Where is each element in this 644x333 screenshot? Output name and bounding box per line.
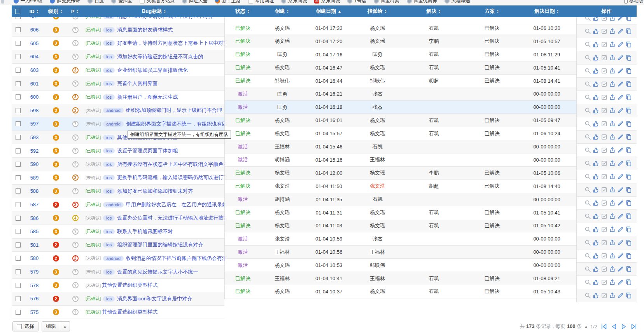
last-page-icon[interactable] — [630, 323, 638, 330]
confirm-check-action-icon[interactable] — [601, 81, 607, 87]
confirm-check-action-icon[interactable] — [601, 68, 607, 74]
view-action-icon[interactable] — [584, 120, 591, 127]
edit-action-icon[interactable] — [617, 239, 624, 246]
col-header-solution[interactable]: 方案▲▼ — [467, 5, 517, 17]
bug-title-link[interactable]: 组织管理部门里面的编辑按钮没有对齐 — [117, 241, 203, 248]
copy-action-icon[interactable] — [625, 253, 632, 259]
bug-title-link[interactable]: 联系人手机通讯图标不对 — [117, 228, 173, 235]
approve-action-icon[interactable] — [593, 253, 599, 259]
bug-id-link[interactable]: 586 — [30, 215, 39, 221]
confirm-check-action-icon[interactable] — [601, 17, 607, 21]
confirm-check-action-icon[interactable] — [601, 292, 607, 299]
bug-title-link[interactable]: 收到消息的情况下把当前账户踢下线仍会有消息 — [126, 255, 224, 262]
row-checkbox[interactable] — [16, 135, 21, 140]
confirm-check-action-icon[interactable] — [601, 94, 607, 101]
first-page-icon[interactable] — [600, 323, 607, 330]
copy-action-icon[interactable] — [625, 213, 632, 220]
approve-action-icon[interactable] — [593, 81, 599, 87]
approve-action-icon[interactable] — [593, 239, 599, 246]
bug-title-link[interactable]: 其他设置选组织类型样式 — [102, 282, 158, 289]
confirm-check-action-icon[interactable] — [601, 134, 607, 140]
bug-title-link[interactable]: 设置的意见反馈提示文字大小不统一 — [117, 268, 198, 275]
confirm-check-action-icon[interactable] — [601, 120, 607, 127]
view-action-icon[interactable] — [584, 200, 591, 206]
confirm-check-action-icon[interactable] — [601, 28, 607, 35]
copy-action-icon[interactable] — [625, 147, 632, 153]
edit-action-icon[interactable] — [617, 28, 624, 35]
bug-id-link[interactable]: 579 — [30, 269, 39, 275]
confirm-check-action-icon[interactable] — [601, 226, 607, 233]
copy-action-icon[interactable] — [625, 68, 632, 74]
edit-action-icon[interactable] — [617, 134, 624, 140]
edit-action-icon[interactable] — [617, 266, 624, 272]
export-action-icon[interactable] — [609, 134, 616, 140]
export-action-icon[interactable] — [609, 187, 616, 193]
col-header-title[interactable]: Bug标题▲▼ — [84, 5, 224, 17]
copy-action-icon[interactable] — [625, 17, 632, 21]
bug-id-link[interactable]: 585 — [30, 228, 39, 234]
view-action-icon[interactable] — [584, 54, 591, 61]
export-action-icon[interactable] — [609, 68, 616, 74]
row-checkbox[interactable] — [16, 54, 21, 59]
approve-action-icon[interactable] — [593, 17, 599, 21]
bug-title-link[interactable]: 设置子管理员页面字体加粗 — [117, 147, 178, 154]
export-action-icon[interactable] — [609, 292, 616, 299]
view-action-icon[interactable] — [584, 147, 591, 153]
bug-id-link[interactable]: 576 — [30, 296, 39, 302]
view-action-icon[interactable] — [584, 134, 591, 140]
bug-id-link[interactable]: 601 — [30, 81, 39, 87]
confirm-check-action-icon[interactable] — [601, 279, 607, 286]
copy-action-icon[interactable] — [625, 173, 632, 180]
bookmark-item[interactable]: 网址大全 — [182, 0, 208, 4]
copy-action-icon[interactable] — [625, 107, 632, 114]
row-checkbox[interactable] — [16, 94, 21, 99]
bug-title-link[interactable]: 企业组织添加员工界面排版优化 — [117, 67, 188, 74]
row-checkbox[interactable] — [16, 17, 21, 19]
bug-id-link[interactable]: 597 — [30, 121, 39, 127]
confirm-check-action-icon[interactable] — [601, 107, 607, 114]
confirm-check-action-icon[interactable] — [601, 160, 607, 167]
approve-action-icon[interactable] — [593, 266, 599, 272]
edit-action-icon[interactable] — [617, 147, 624, 153]
col-header-resolved-date[interactable]: 解决日期▲▼ — [517, 5, 576, 17]
view-action-icon[interactable] — [584, 160, 591, 167]
copy-action-icon[interactable] — [625, 134, 632, 140]
approve-action-icon[interactable] — [593, 147, 599, 153]
row-checkbox[interactable] — [16, 81, 21, 86]
view-action-icon[interactable] — [584, 226, 591, 233]
approve-action-icon[interactable] — [593, 41, 599, 48]
bug-title-link[interactable]: 创建组织界面文字描述不统一，有组织也有团队 — [126, 120, 224, 127]
bug-id-link[interactable]: 580 — [30, 255, 39, 261]
bookmark-item[interactable]: 新手上路 — [215, 0, 241, 4]
approve-action-icon[interactable] — [593, 160, 599, 167]
export-action-icon[interactable] — [609, 120, 616, 127]
copy-action-icon[interactable] — [625, 41, 632, 48]
edit-action-icon[interactable] — [617, 107, 624, 114]
edit-action-icon[interactable] — [617, 200, 624, 206]
row-checkbox[interactable] — [16, 162, 21, 167]
confirm-check-action-icon[interactable] — [601, 173, 607, 180]
bug-title-link[interactable]: 所有搜索没有在状态栏上居中还有取消文字颜色不统一 — [117, 161, 224, 168]
bug-title-link[interactable]: 好友申请，等待对方同意状态下需要上下居中对齐 — [117, 40, 224, 47]
copy-action-icon[interactable] — [625, 239, 632, 246]
export-action-icon[interactable] — [609, 239, 616, 246]
bug-title-link[interactable]: 消息里面的好友请求样式上下没有居中对齐 — [117, 17, 213, 20]
bug-title-link[interactable]: 新注册用户，图像无法生成 — [117, 94, 178, 101]
approve-action-icon[interactable] — [593, 226, 599, 233]
approve-action-icon[interactable] — [593, 54, 599, 61]
bookmark-item[interactable]: 超变态传奇 — [50, 0, 80, 4]
edit-action-icon[interactable] — [617, 41, 624, 48]
next-page-icon[interactable] — [620, 323, 628, 330]
view-action-icon[interactable] — [584, 292, 591, 299]
edit-action-icon[interactable] — [617, 253, 624, 259]
row-checkbox[interactable] — [16, 310, 21, 315]
bug-id-link[interactable]: 581 — [30, 242, 39, 248]
col-header-creator[interactable]: 创建▲▼ — [261, 5, 303, 17]
bug-id-link[interactable]: 598 — [30, 108, 39, 113]
select-checkbox[interactable] — [17, 324, 22, 329]
export-action-icon[interactable] — [609, 41, 616, 48]
bookmark-item[interactable]: 常用网址 — [248, 0, 274, 4]
bug-title-link[interactable]: 组织添加顶级部门时，显示上级部门不合理 — [126, 107, 222, 114]
view-action-icon[interactable] — [584, 253, 591, 259]
col-header-resolver[interactable]: 解决▲▼ — [401, 5, 467, 17]
